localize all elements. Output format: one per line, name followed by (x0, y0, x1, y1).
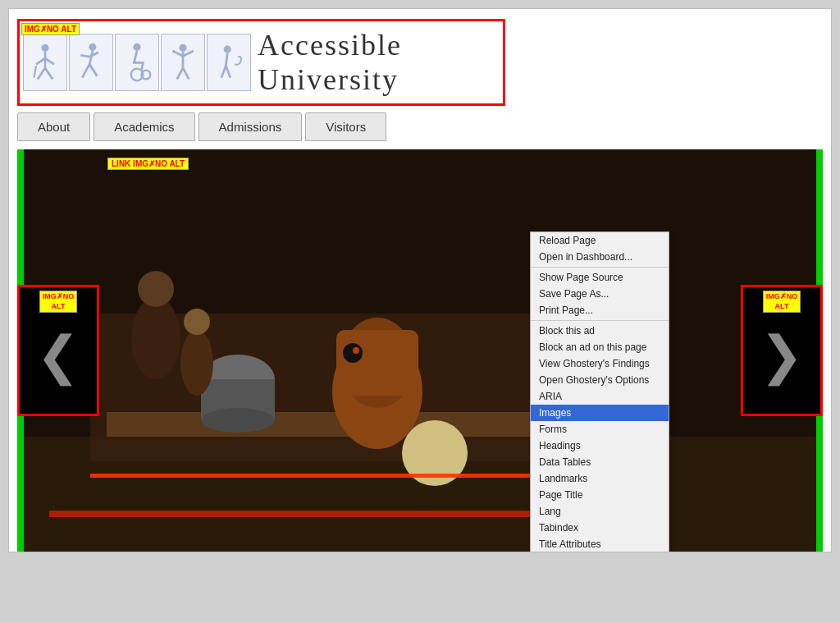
logo-icon-2 (69, 34, 113, 91)
right-arrow-img-badge: IMG✗NOALT (763, 291, 801, 313)
scene-svg (17, 149, 823, 552)
svg-point-38 (201, 408, 275, 433)
context-menu-item[interactable]: Forms (531, 421, 669, 437)
svg-point-22 (224, 46, 231, 53)
logo-icon-5 (207, 34, 251, 91)
left-arrow-img-badge: IMG✗NOALT (39, 291, 78, 313)
context-menu: Reload PageOpen in Dashboard...Show Page… (530, 231, 669, 552)
svg-point-41 (138, 271, 174, 307)
logo-icon-3 (115, 34, 159, 91)
context-menu-item[interactable]: ARIA (531, 388, 669, 405)
context-menu-item[interactable]: Print Page... (531, 302, 669, 318)
svg-line-18 (172, 51, 183, 56)
svg-line-5 (45, 68, 52, 80)
context-menu-item[interactable]: Tabindex (531, 520, 669, 536)
svg-line-4 (38, 68, 45, 80)
svg-point-16 (179, 44, 186, 52)
context-menu-item[interactable]: Block an ad on this page (531, 339, 669, 355)
context-menu-item[interactable]: Reload Page (531, 232, 669, 249)
svg-line-9 (80, 55, 89, 57)
svg-line-23 (226, 53, 227, 66)
context-menu-item[interactable]: Title Attributes (531, 536, 669, 552)
svg-line-19 (183, 51, 194, 56)
logo-icon-4 (161, 34, 205, 91)
left-arrow-button[interactable]: IMG✗NOALT ❮ (17, 285, 99, 416)
nav-bar: About Academics Admissions Visitors (17, 112, 823, 141)
context-menu-item[interactable]: Headings (531, 437, 669, 454)
context-menu-item[interactable]: Open Ghostery's Options (531, 372, 669, 388)
svg-line-24 (221, 66, 226, 78)
logo-icon-grid (23, 34, 251, 91)
context-menu-item[interactable]: Images (531, 405, 669, 421)
content-area: LINK IMG✗NO ALT IMG✗NOALT ❮ IMG✗NOALT ❯ … (17, 149, 823, 552)
main-container: IMG✗NO ALT (8, 8, 832, 552)
svg-point-34 (343, 343, 363, 363)
svg-rect-46 (90, 474, 541, 478)
svg-point-43 (184, 309, 210, 335)
logo-text: Accessible University (258, 28, 493, 97)
svg-point-42 (180, 330, 213, 396)
svg-rect-29 (107, 412, 558, 437)
right-arrow-button[interactable]: IMG✗NOALT ❯ (741, 285, 823, 416)
nav-tab-academics[interactable]: Academics (94, 112, 194, 141)
svg-line-3 (45, 58, 54, 64)
svg-point-0 (41, 44, 48, 52)
right-chevron-icon: ❯ (760, 329, 804, 382)
context-menu-item[interactable]: Show Page Source (531, 269, 669, 286)
nav-tab-about[interactable]: About (17, 112, 90, 141)
svg-line-20 (177, 68, 183, 80)
svg-line-25 (226, 66, 230, 78)
svg-line-6 (34, 66, 36, 78)
left-chevron-icon: ❮ (36, 329, 80, 382)
svg-line-11 (82, 64, 89, 77)
svg-rect-33 (336, 330, 418, 396)
context-menu-item[interactable]: Landmarks (531, 470, 669, 487)
menu-separator (531, 267, 669, 268)
logo-icon-1 (23, 34, 67, 91)
context-menu-item[interactable]: View Ghostery's Findings (531, 355, 669, 372)
context-menu-item[interactable]: Data Tables (531, 454, 669, 470)
img-no-alt-badge-header: IMG✗NO ALT (21, 23, 80, 35)
nav-tab-admissions[interactable]: Admissions (199, 112, 303, 141)
svg-point-7 (89, 44, 96, 51)
link-img-no-alt-badge: LINK IMG✗NO ALT (107, 158, 189, 170)
svg-line-12 (89, 64, 97, 76)
context-menu-item[interactable]: Save Page As... (531, 286, 669, 302)
menu-separator (531, 320, 669, 321)
context-menu-item[interactable]: Open in Dashboard... (531, 249, 669, 265)
svg-point-40 (131, 297, 180, 379)
svg-point-35 (353, 347, 359, 354)
context-menu-item[interactable]: Page Title (531, 487, 669, 503)
svg-line-2 (36, 58, 45, 64)
context-menu-item[interactable]: Lang (531, 503, 669, 520)
context-menu-item[interactable]: Block this ad (531, 323, 669, 339)
header-logo: IMG✗NO ALT (17, 19, 505, 106)
svg-line-21 (183, 68, 189, 80)
logo-inner: Accessible University (20, 21, 503, 103)
nav-tab-visitors[interactable]: Visitors (305, 112, 386, 141)
svg-point-13 (133, 44, 140, 51)
